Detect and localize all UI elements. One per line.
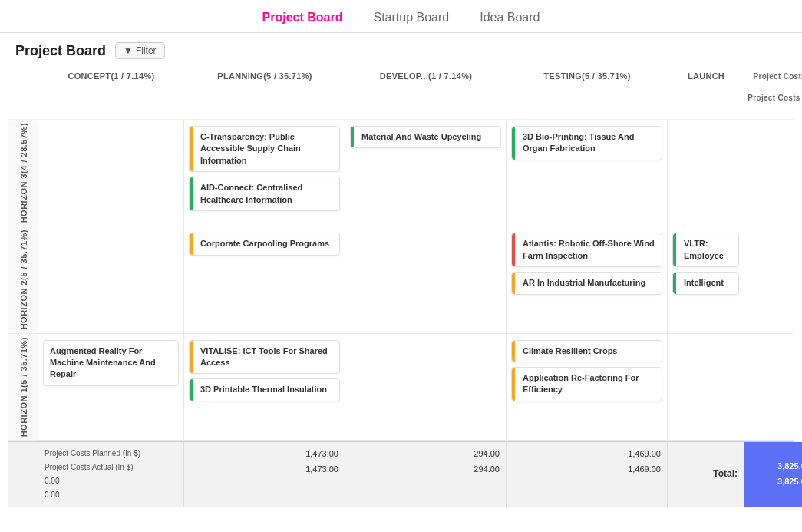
cell-h2-planning: Corporate Carpooling Programs <box>184 226 345 332</box>
footer-total-values: 3,825.00 3,825.00 <box>744 442 802 507</box>
card-text: Augmented Reality For Machine Maintenanc… <box>50 345 172 381</box>
card-3d-printable[interactable]: 3D Printable Thermal Insulation <box>189 378 340 401</box>
card-bar-green <box>190 177 193 210</box>
board-row-horizon1: HORIZON 1(5 / 35.71%) Augmented Reality … <box>8 334 794 441</box>
card-3dbioprinting[interactable]: 3D Bio-Printing: Tissue And Organ Fabric… <box>511 126 662 160</box>
nav-project-board[interactable]: Project Board <box>262 11 343 25</box>
board-row-horizon3: HORIZON 3(4 / 28.57%) C-Transparency: Pu… <box>8 120 794 226</box>
footer-total-planned: 3,825.00 <box>777 459 802 474</box>
cell-h1-develop <box>345 334 507 440</box>
card-vitalise[interactable]: VITALISE: ICT Tools For Shared Access <box>189 340 340 375</box>
cell-h1-launch <box>668 334 744 440</box>
col-header-costs: Project Costs Planned (In $)Project Cost… <box>744 67 802 119</box>
card-intelligent[interactable]: Intelligent <box>672 272 739 294</box>
cell-h2-costs: 1,470.00 1,470.00 <box>744 226 802 332</box>
card-ctransparency[interactable]: C-Transparency: Public Accessible Supply… <box>189 126 340 172</box>
card-aidconnect[interactable]: AID-Connect: Centralised Healthcare Info… <box>189 177 340 211</box>
card-bar-orange <box>512 341 515 362</box>
footer-total-label: Total: <box>668 442 744 507</box>
card-text: Climate Resilient Crops <box>518 345 655 357</box>
cell-h2-concept <box>38 226 184 332</box>
footer-planning-actual: 1,473.00 <box>190 462 338 477</box>
col-header-launch: LAUNCH <box>668 67 744 119</box>
cell-h2-develop <box>345 226 507 332</box>
top-navigation: Project Board Startup Board Idea Board <box>0 0 802 33</box>
cell-h1-testing: Climate Resilient Crops Application Re-F… <box>507 334 668 440</box>
card-bar-red <box>512 233 515 266</box>
cell-h2-testing: Atlantis: Robotic Off-Shore Wind Farm In… <box>507 226 668 332</box>
card-text: 3D Printable Thermal Insulation <box>196 384 333 395</box>
card-carpooling[interactable]: Corporate Carpooling Programs <box>189 233 340 255</box>
card-text: Intelligent <box>679 277 732 289</box>
card-text: Material And Waste Upcycling <box>357 131 494 143</box>
column-headers: CONCEPT(1 / 7.14%) PLANNING(5 / 35.71%) … <box>8 67 794 120</box>
cell-h3-planning: C-Transparency: Public Accessible Supply… <box>184 120 345 226</box>
card-bar-green <box>673 233 676 266</box>
cell-h3-develop: Material And Waste Upcycling <box>345 120 507 226</box>
footer-testing-planned: 1,469.00 <box>513 447 661 462</box>
nav-startup-board[interactable]: Startup Board <box>373 11 449 25</box>
nav-idea-board[interactable]: Idea Board <box>480 11 540 25</box>
board-footer: Project Costs Planned (In $) Project Cos… <box>8 441 794 507</box>
footer-total-actual: 3,825.00 <box>777 474 802 490</box>
card-text: AID-Connect: Centralised Healthcare Info… <box>196 182 333 206</box>
card-bar-green <box>673 273 676 293</box>
cell-h1-planning: VITALISE: ICT Tools For Shared Access 3D… <box>184 334 345 440</box>
card-text: VLTR: Employee <box>679 238 732 262</box>
footer-concept-actual: 0.00 <box>45 488 177 502</box>
col-header-concept: CONCEPT(1 / 7.14%) <box>38 67 184 119</box>
page-header: Project Board ▼ Filter <box>0 33 802 67</box>
footer-testing-actual: 1,469.00 <box>513 462 661 477</box>
card-climate-crops[interactable]: Climate Resilient Crops <box>511 340 662 362</box>
filter-icon: ▼ <box>124 45 133 56</box>
footer-label-actual: Project Costs Actual (In $) <box>45 461 177 474</box>
cell-h1-concept: Augmented Reality For Machine Maintenanc… <box>38 334 184 440</box>
card-ar-industrial[interactable]: AR In Industrial Manufacturing <box>511 272 662 294</box>
cell-h1-costs: 1,179.00 1,179.00 <box>744 334 802 440</box>
row-label-horizon2: HORIZON 2(5 / 35.71%) <box>8 226 38 332</box>
card-bar-orange <box>190 233 193 254</box>
card-bar-orange <box>190 127 193 171</box>
card-text: C-Transparency: Public Accessible Supply… <box>196 131 333 167</box>
project-board: CONCEPT(1 / 7.14%) PLANNING(5 / 35.71%) … <box>0 67 802 507</box>
row-label-horizon3: HORIZON 3(4 / 28.57%) <box>8 120 38 226</box>
cell-h2-launch: VLTR: Employee Intelligent <box>668 226 744 332</box>
page-title: Project Board <box>15 43 106 59</box>
filter-label: Filter <box>136 45 157 56</box>
col-header-develop: DEVELOP...(1 / 7.14%) <box>345 67 507 119</box>
card-bar-orange <box>512 368 515 401</box>
card-bar-green <box>351 127 354 147</box>
card-text: Application Re-Factoring For Efficiency <box>518 372 655 396</box>
card-bar-green <box>512 127 515 160</box>
filter-button[interactable]: ▼ Filter <box>115 42 165 59</box>
cell-h3-concept <box>38 120 184 226</box>
footer-concept-costs: Project Costs Planned (In $) Project Cos… <box>38 442 184 507</box>
cell-h3-testing: 3D Bio-Printing: Tissue And Organ Fabric… <box>507 120 668 226</box>
card-atlantis[interactable]: Atlantis: Robotic Off-Shore Wind Farm In… <box>511 233 662 267</box>
card-text: Corporate Carpooling Programs <box>196 238 333 249</box>
footer-develop-costs: 294.00 294.00 <box>345 442 507 507</box>
cell-h3-launch <box>668 120 744 226</box>
card-bar-orange <box>190 341 193 374</box>
cell-h3-costs: 1,176.00 1,176.00 <box>744 120 802 226</box>
card-app-refactoring[interactable]: Application Re-Factoring For Efficiency <box>511 367 662 401</box>
footer-planning-costs: 1,473.00 1,473.00 <box>184 442 345 507</box>
footer-concept-planned: 0.00 <box>45 474 177 488</box>
footer-develop-planned: 294.00 <box>351 447 500 462</box>
footer-testing-costs: 1,469.00 1,469.00 <box>507 442 668 507</box>
row-label-horizon1: HORIZON 1(5 / 35.71%) <box>8 334 38 440</box>
card-bar-green <box>190 379 193 400</box>
card-vltr-employee[interactable]: VLTR: Employee <box>672 233 739 267</box>
card-text: 3D Bio-Printing: Tissue And Organ Fabric… <box>518 131 655 155</box>
card-text: Atlantis: Robotic Off-Shore Wind Farm In… <box>518 238 655 262</box>
footer-develop-actual: 294.00 <box>351 462 500 477</box>
footer-label-planned: Project Costs Planned (In $) <box>45 447 177 461</box>
card-text: VITALISE: ICT Tools For Shared Access <box>196 345 333 369</box>
card-bar-orange <box>512 273 515 293</box>
footer-planning-planned: 1,473.00 <box>190 447 338 462</box>
card-ar-machine[interactable]: Augmented Reality For Machine Maintenanc… <box>43 340 179 386</box>
col-header-planning: PLANNING(5 / 35.71%) <box>184 67 345 119</box>
card-material-waste[interactable]: Material And Waste Upcycling <box>350 126 501 148</box>
col-header-testing: TESTING(5 / 35.71%) <box>507 67 668 119</box>
board-row-horizon2: HORIZON 2(5 / 35.71%) Corporate Carpooli… <box>8 226 794 333</box>
